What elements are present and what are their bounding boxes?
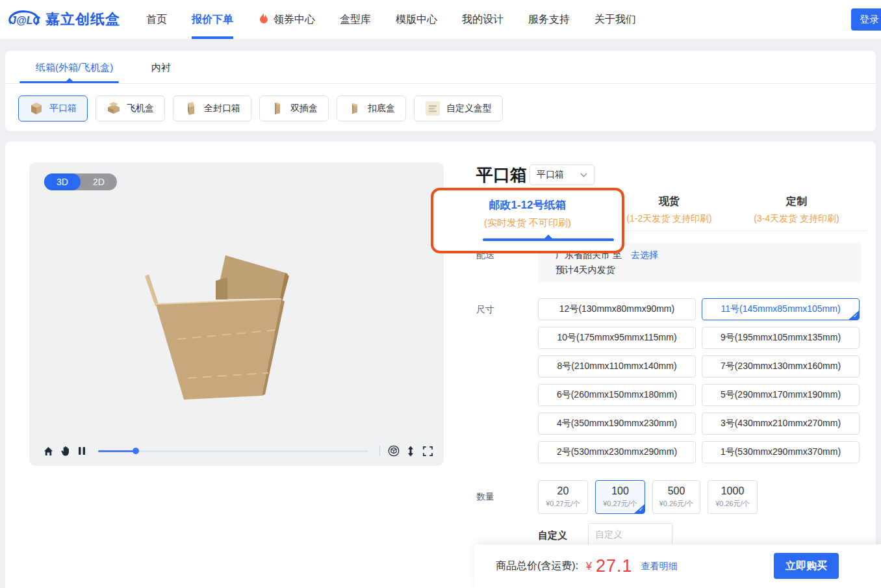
carton-icon [348, 101, 362, 116]
nav-coupon-center[interactable]: 领券中心 [258, 0, 315, 39]
size-option-10[interactable]: 10号(175mmx95mmx115mm) [538, 327, 696, 349]
tab-inner-lining[interactable]: 内衬 [151, 62, 171, 74]
carton-icon [29, 101, 44, 116]
page: J@LC 嘉立创纸盒 首页 报价下单 领券中心 盒型库 模版中心 我的设计 服务… [0, 0, 881, 588]
annotation-title: 邮政1-12号纸箱 [433, 198, 622, 212]
boxtype-snap-bottom-box[interactable]: 扣底盒 [337, 96, 406, 121]
selected-check-icon [848, 310, 860, 320]
carton-icon [107, 101, 121, 116]
view-mode-toggle[interactable]: 3D 2D [44, 173, 117, 190]
qty-option-20[interactable]: 20 ¥0.27元/个 [538, 480, 588, 514]
divider [5, 83, 876, 84]
fold-progress-slider[interactable] [98, 446, 368, 455]
nav-support[interactable]: 服务支持 [528, 0, 570, 39]
view-detail-link[interactable]: 查看明细 [641, 561, 678, 572]
nav-box-library[interactable]: 盒型库 [340, 0, 371, 39]
carton-icon [184, 101, 198, 116]
qty-option-500[interactable]: 500 ¥0.26元/个 [652, 480, 700, 514]
viewer-toolbar [42, 444, 433, 457]
pause-animation-icon[interactable] [76, 445, 88, 457]
size-option-7[interactable]: 7号(230mmx130mmx160mm) [702, 355, 860, 377]
boxtype-full-seal-carton[interactable]: 全封口箱 [173, 96, 251, 121]
carton-icon [270, 101, 285, 116]
total-price-value: 27.1 [596, 556, 633, 576]
nav-my-designs[interactable]: 我的设计 [462, 0, 504, 39]
toolbar-divider [379, 446, 380, 456]
tab-custom-made[interactable]: 定制 (3-4天发货 支持印刷) [741, 195, 852, 225]
brand-name: 嘉立创纸盒 [45, 10, 120, 29]
mode-2d-button[interactable]: 2D [81, 173, 117, 190]
box-category-card: 纸箱(外箱/飞机盒) 内衬 平口箱 飞机盒 全封口箱 双插盒 扣 [5, 51, 876, 131]
boxtype-mailer-box[interactable]: 飞机盒 [96, 96, 165, 121]
slider-knob[interactable] [133, 448, 139, 454]
boxtype-double-tuck-box[interactable]: 双插盒 [259, 96, 329, 121]
selected-check-icon [633, 504, 645, 514]
size-label: 尺寸 [476, 304, 494, 316]
price-summary-bar: 商品总价(含运费): ¥ 27.1 查看明细 立即购买 [474, 544, 881, 588]
nav-home[interactable]: 首页 [146, 0, 167, 39]
box-type-row: 平口箱 飞机盒 全封口箱 双插盒 扣底盒 自定义盒型 [18, 96, 503, 121]
vertical-resize-icon[interactable] [405, 445, 416, 457]
box-type-select[interactable]: 平口箱 [530, 164, 594, 185]
tab-in-stock[interactable]: 现货 (1-2天发货 支持印刷) [614, 195, 724, 225]
svg-text:J@LC: J@LC [10, 15, 40, 26]
choose-destination-link[interactable]: 去选择 [631, 249, 658, 260]
fullscreen-icon[interactable] [422, 445, 433, 457]
size-option-4[interactable]: 4号(350mmx190mmx230mm) [538, 413, 696, 435]
delivery-eta: 预计4天内发货 [555, 264, 615, 276]
size-option-2[interactable]: 2号(530mmx230mmx290mm) [538, 441, 696, 463]
size-option-8[interactable]: 8号(210mmx110mmx140mm) [538, 355, 696, 377]
annotation-subtitle: (实时发货 不可印刷) [433, 217, 622, 229]
flame-icon [258, 12, 270, 27]
nav-template-center[interactable]: 模版中心 [396, 0, 437, 39]
slider-fill [98, 450, 136, 452]
size-option-3[interactable]: 3号(430mmx210mmx270mm) [702, 413, 860, 435]
main-nav: 首页 报价下单 领券中心 盒型库 模版中心 我的设计 服务支持 关于我们 [146, 0, 636, 39]
boxtype-flat-carton[interactable]: 平口箱 [18, 96, 88, 121]
size-option-5[interactable]: 5号(290mmx170mmx190mm) [702, 384, 860, 406]
tab-carton[interactable]: 纸箱(外箱/飞机盒) [36, 62, 113, 74]
custom-list-icon [425, 101, 440, 116]
size-option-1[interactable]: 1号(530mmx290mmx370mm) [702, 441, 860, 463]
custom-qty-input[interactable] [588, 523, 672, 545]
size-option-11[interactable]: 11号(145mmx85mmx105mm) [702, 298, 860, 320]
home-view-icon[interactable] [42, 445, 54, 457]
brand-logo[interactable]: J@LC 嘉立创纸盒 [6, 8, 127, 31]
size-option-9[interactable]: 9号(195mmx105mmx135mm) [702, 327, 860, 349]
custom-qty-label: 自定义 [538, 530, 567, 542]
product-title: 平口箱 [476, 164, 527, 186]
logo-icon: J@LC [6, 8, 40, 31]
nav-quote-order[interactable]: 报价下单 [192, 0, 233, 39]
model-viewer[interactable]: 3D 2D [29, 162, 444, 466]
top-navbar: J@LC 嘉立创纸盒 首页 报价下单 领券中心 盒型库 模版中心 我的设计 服务… [0, 0, 881, 39]
active-tab-indicator [483, 238, 614, 241]
qty-option-1000[interactable]: 1000 ¥0.26元/个 [708, 480, 758, 514]
boxtype-custom[interactable]: 自定义盒型 [414, 96, 503, 121]
size-option-12[interactable]: 12号(130mmx80mmx90mm) [538, 298, 696, 320]
pan-hand-icon[interactable] [59, 445, 71, 457]
login-button[interactable]: 登录 [851, 8, 881, 31]
nav-about[interactable]: 关于我们 [594, 0, 636, 39]
qty-option-100[interactable]: 100 ¥0.27元/个 [595, 480, 645, 514]
size-option-6[interactable]: 6号(260mmx150mmx180mm) [538, 384, 696, 406]
buy-now-button[interactable]: 立即购买 [774, 553, 839, 579]
cube-view-icon[interactable] [388, 445, 400, 457]
highlight-annotation-postal-tab[interactable]: 邮政1-12号纸箱 (实时发货 不可印刷) [431, 188, 624, 253]
chevron-down-icon [580, 173, 587, 177]
currency-symbol: ¥ [586, 561, 592, 572]
mode-3d-button[interactable]: 3D [44, 173, 81, 190]
total-price-label: 商品总价(含运费): [496, 559, 578, 573]
quantity-label: 数量 [476, 491, 494, 503]
carton-3d-model [29, 162, 444, 466]
